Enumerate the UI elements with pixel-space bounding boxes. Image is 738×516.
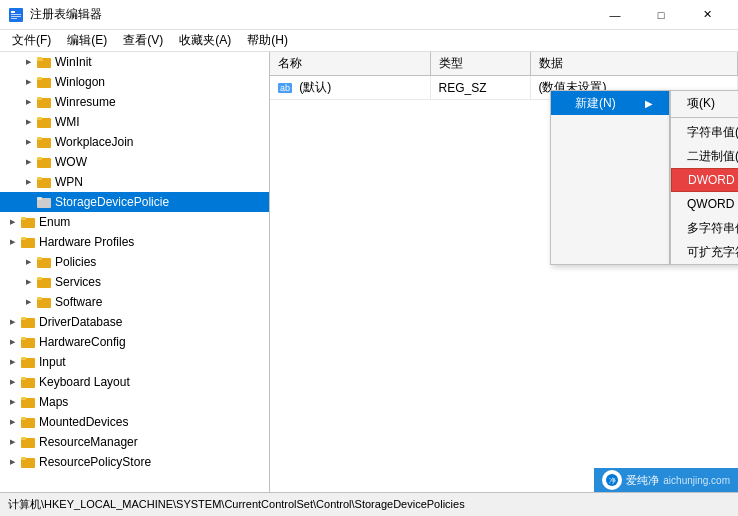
expand-icon-enum <box>4 214 20 230</box>
expand-icon-hwprofiles <box>4 234 20 250</box>
svg-rect-4 <box>11 18 17 19</box>
minimize-button[interactable]: — <box>592 0 638 30</box>
tree-item-maps[interactable]: Maps <box>0 392 269 412</box>
svg-text:净: 净 <box>609 477 616 484</box>
folder-icon-winresume <box>36 94 52 110</box>
folder-icon-services <box>36 274 52 290</box>
svg-rect-13 <box>37 117 42 120</box>
tree-item-respolicy[interactable]: ResourcePolicyStore <box>0 452 269 472</box>
submenu: 项(K) 字符串值(S) 二进制值(B) DWORD (32 位值)(D) QW… <box>670 90 738 265</box>
tree-item-hwconfig[interactable]: HardwareConfig <box>0 332 269 352</box>
tree-item-services[interactable]: Services <box>0 272 269 292</box>
sub-item-dword[interactable]: DWORD (32 位值)(D) <box>671 168 738 192</box>
tree-item-mounted[interactable]: MountedDevices <box>0 412 269 432</box>
tree-item-wow[interactable]: WOW <box>0 152 269 172</box>
svg-rect-9 <box>37 77 42 80</box>
svg-rect-25 <box>21 237 26 240</box>
tree-item-kblayout[interactable]: Keyboard Layout <box>0 372 269 392</box>
folder-icon-storagedevice <box>36 194 52 210</box>
sub-item-key[interactable]: 项(K) <box>671 91 738 115</box>
col-type: 类型 <box>430 52 530 76</box>
tree-item-policies[interactable]: Policies <box>0 252 269 272</box>
expand-icon-respolicy <box>4 454 20 470</box>
ctx-new-label: 新建(N) <box>575 95 616 112</box>
tree-label-hwconfig: HardwareConfig <box>39 335 126 349</box>
watermark-text: 爱纯净 <box>626 473 659 488</box>
tree-label-wininit: WinInit <box>55 55 92 69</box>
close-button[interactable]: ✕ <box>684 0 730 30</box>
tree-item-input[interactable]: Input <box>0 352 269 372</box>
tree-label-enum: Enum <box>39 215 70 229</box>
right-panel: 名称 类型 数据 ab (默认) REG_SZ (数值未设置) <box>270 52 738 492</box>
folder-icon-software <box>36 294 52 310</box>
folder-icon-wpn <box>36 174 52 190</box>
context-menu-container: 新建(N) ▶ 项(K) 字符串值(S) 二进制值(B) DWORD (32 位… <box>550 90 738 265</box>
tree-label-wpn: WPN <box>55 175 83 189</box>
cell-type: REG_SZ <box>430 76 530 100</box>
tree-item-driverdb[interactable]: DriverDatabase <box>0 312 269 332</box>
svg-rect-11 <box>37 97 42 100</box>
folder-icon-winlogon <box>36 74 52 90</box>
expand-icon-wininit <box>20 54 36 70</box>
maximize-button[interactable]: □ <box>638 0 684 30</box>
sub-item-expandstring[interactable]: 可扩充字符串值(E) <box>671 240 738 264</box>
tree-label-mounted: MountedDevices <box>39 415 128 429</box>
window-controls: — □ ✕ <box>592 0 730 30</box>
expand-icon-maps <box>4 394 20 410</box>
sub-item-string[interactable]: 字符串值(S) <box>671 120 738 144</box>
expand-icon-software <box>20 294 36 310</box>
menu-favorites[interactable]: 收藏夹(A) <box>171 30 239 51</box>
folder-icon-policies <box>36 254 52 270</box>
context-menu-main: 新建(N) ▶ <box>550 90 670 265</box>
sub-item-binary[interactable]: 二进制值(B) <box>671 144 738 168</box>
svg-rect-33 <box>21 317 26 320</box>
tree-item-software[interactable]: Software <box>0 292 269 312</box>
expand-icon-kblayout <box>4 374 20 390</box>
col-data: 数据 <box>530 52 738 76</box>
expand-icon-hwconfig <box>4 334 20 350</box>
sub-item-multistring[interactable]: 多字符串值(M) <box>671 216 738 240</box>
watermark: 净 爱纯净 aichunjing.com <box>594 468 738 492</box>
folder-icon-workplacejoin <box>36 134 52 150</box>
tree-item-winresume[interactable]: Winresume <box>0 92 269 112</box>
sub-item-qword[interactable]: QWORD (64 位值)(Q) <box>671 192 738 216</box>
expand-icon-winresume <box>20 94 36 110</box>
tree-item-enum[interactable]: Enum <box>0 212 269 232</box>
tree-inner[interactable]: WinInit Winlogon Winresume <box>0 52 269 492</box>
svg-rect-31 <box>37 297 42 300</box>
tree-item-resmgr[interactable]: ResourceManager <box>0 432 269 452</box>
expand-icon-driverdb <box>4 314 20 330</box>
tree-label-driverdb: DriverDatabase <box>39 315 122 329</box>
tree-label-storagedevice: StorageDevicePolicie <box>55 195 169 209</box>
menu-file[interactable]: 文件(F) <box>4 30 59 51</box>
col-name: 名称 <box>270 52 430 76</box>
tree-item-workplacejoin[interactable]: WorkplaceJoin <box>0 132 269 152</box>
svg-rect-7 <box>37 57 42 60</box>
ctx-item-new[interactable]: 新建(N) ▶ <box>551 91 669 115</box>
status-path: 计算机\HKEY_LOCAL_MACHINE\SYSTEM\CurrentCon… <box>8 497 465 512</box>
svg-rect-41 <box>21 397 26 400</box>
svg-rect-19 <box>37 177 42 180</box>
svg-rect-27 <box>37 257 42 260</box>
folder-icon-input <box>20 354 36 370</box>
menu-view[interactable]: 查看(V) <box>115 30 171 51</box>
tree-item-hwprofiles[interactable]: Hardware Profiles <box>0 232 269 252</box>
folder-icon-wow <box>36 154 52 170</box>
svg-rect-45 <box>21 437 26 440</box>
expand-icon-wpn <box>20 174 36 190</box>
folder-icon-wmi <box>36 114 52 130</box>
default-value-icon: ab <box>278 83 292 93</box>
tree-item-wininit[interactable]: WinInit <box>0 52 269 72</box>
tree-item-winlogon[interactable]: Winlogon <box>0 72 269 92</box>
svg-rect-17 <box>37 157 42 160</box>
svg-rect-35 <box>21 337 26 340</box>
tree-item-wpn[interactable]: WPN <box>0 172 269 192</box>
tree-label-software: Software <box>55 295 102 309</box>
menu-edit[interactable]: 编辑(E) <box>59 30 115 51</box>
expand-icon-wmi <box>20 114 36 130</box>
expand-icon-winlogon <box>20 74 36 90</box>
ctx-arrow: ▶ <box>645 98 653 109</box>
tree-item-storagedevicepolicies[interactable]: StorageDevicePolicie <box>0 192 269 212</box>
menu-help[interactable]: 帮助(H) <box>239 30 296 51</box>
tree-item-wmi[interactable]: WMI <box>0 112 269 132</box>
